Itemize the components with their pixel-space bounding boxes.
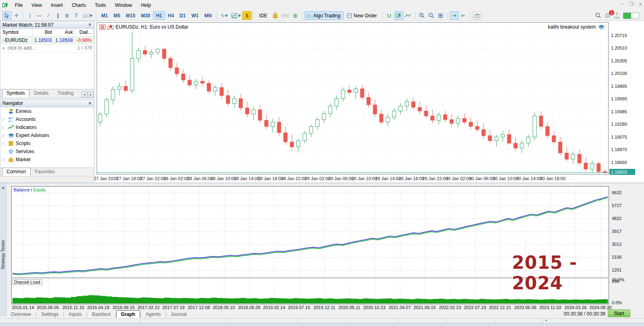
- signals-button[interactable]: ((o)): [280, 11, 291, 20]
- trendline-tool-button[interactable]: ∕: [44, 11, 53, 20]
- bar-chart-mode-button[interactable]: [385, 11, 394, 20]
- menu-tools[interactable]: Tools: [91, 1, 111, 10]
- timeframe-mn[interactable]: MN: [201, 11, 215, 20]
- navigator-tab-common[interactable]: Common: [2, 168, 31, 176]
- status-divider: [543, 320, 543, 323]
- search-icon[interactable]: [594, 11, 603, 20]
- market-watch-add-row[interactable]: + click to add... 1 / 379: [0, 44, 94, 52]
- tab-scroll-right-icon[interactable]: ▸: [88, 91, 94, 98]
- tab-scroll-left-icon[interactable]: ◂: [81, 91, 87, 98]
- navigator-item-scripts[interactable]: ▷Scripts: [0, 139, 94, 147]
- horizontal-line-tool-button[interactable]: ―: [35, 11, 44, 20]
- symbol-name: EURUSDz: [5, 37, 28, 43]
- column-header-bid[interactable]: Bid: [33, 29, 54, 36]
- zoom-out-button[interactable]: [427, 11, 436, 20]
- algo-trading-button[interactable]: ▷ Algo Trading: [304, 11, 344, 20]
- navigator-item-expert-advisors[interactable]: ▷Expert Advisors: [0, 131, 94, 139]
- shapes-tool-button[interactable]: ◇□▾: [81, 11, 94, 20]
- market-bag-button[interactable]: [270, 11, 280, 20]
- navigator-item-market[interactable]: ▷Market: [0, 156, 94, 164]
- menu-view[interactable]: View: [27, 1, 46, 10]
- status-divider: [398, 320, 398, 323]
- text-tool-button[interactable]: T: [72, 11, 81, 20]
- navigator-item-services[interactable]: ⚙Services: [0, 147, 94, 156]
- tester-tab-graph[interactable]: Graph: [116, 310, 140, 318]
- tester-tab-backtest[interactable]: Backtest: [87, 311, 115, 318]
- ea-graduation-cap-icon[interactable]: [598, 24, 605, 30]
- zoom-in-button[interactable]: [417, 11, 427, 20]
- indicators-button[interactable]: ▾: [229, 11, 243, 20]
- navigator-header[interactable]: Navigator ✕: [0, 100, 94, 107]
- chart-shift-button[interactable]: ⇤: [459, 11, 468, 20]
- timeframe-m30[interactable]: M30: [138, 11, 153, 20]
- expand-arrow-icon[interactable]: ▷: [2, 133, 7, 137]
- start-button[interactable]: Start: [608, 309, 630, 317]
- restore-button[interactable]: ❐: [629, 1, 634, 7]
- expand-arrow-icon[interactable]: ▷: [2, 125, 7, 129]
- channel-tool-button[interactable]: ∥: [53, 11, 62, 20]
- timeframe-h4[interactable]: H4: [165, 11, 177, 20]
- depth-of-market-icon[interactable]: [107, 25, 114, 30]
- tester-tab-inputs[interactable]: Inputs: [64, 311, 87, 318]
- timeframe-m5[interactable]: M5: [111, 11, 123, 20]
- timeframe-d1[interactable]: D1: [177, 11, 188, 20]
- timeframe-w1[interactable]: W1: [188, 11, 201, 20]
- tester-tab-overview[interactable]: Overview: [6, 311, 35, 318]
- chart-plot[interactable]: EURUSDz, H1: Euro vs US Dollar kalifx br…: [97, 22, 609, 174]
- vertical-line-tool-button[interactable]: |: [25, 11, 35, 20]
- lvl-up-arrow-icon: ⇧: [615, 12, 618, 16]
- navigator-item-label: Services: [15, 149, 34, 154]
- auto-scroll-button[interactable]: ⇥: [450, 11, 459, 20]
- timeframe-m1[interactable]: M1: [98, 11, 111, 20]
- market-watch-tab-details[interactable]: Details: [29, 89, 53, 98]
- tester-tab-agents[interactable]: Agents: [141, 311, 165, 318]
- line-chart-type-button[interactable]: ∿▾: [219, 11, 229, 20]
- navigator-root-item[interactable]: Exness: [0, 107, 94, 115]
- new-order-button[interactable]: + New Order: [344, 11, 380, 20]
- market-watch-close-icon[interactable]: ✕: [88, 22, 92, 27]
- column-header-symbol[interactable]: Symbol: [1, 29, 33, 36]
- connection-toggle[interactable]: [623, 12, 639, 19]
- fibonacci-tool-button[interactable]: ≣: [62, 11, 72, 20]
- column-header-dail[interactable]: Dail...: [74, 29, 93, 36]
- currency-button[interactable]: $: [242, 11, 252, 20]
- ide-button[interactable]: IDE: [256, 11, 270, 20]
- screenshot-button[interactable]: [473, 11, 482, 20]
- navigator-item-accounts[interactable]: ▷Accounts: [0, 115, 94, 123]
- notifications-bell-icon[interactable]: 1: [603, 11, 612, 20]
- candlestick-mode-button[interactable]: [394, 11, 403, 20]
- close-button[interactable]: x: [639, 1, 642, 7]
- balance-tick: 3012: [612, 242, 636, 247]
- tester-tab-journal[interactable]: Journal: [167, 311, 191, 318]
- backtest-timer: 00:30:38 / 00:30:39: [564, 311, 605, 317]
- market-watch-tab-symbols[interactable]: Symbols: [2, 89, 29, 98]
- menu-charts[interactable]: Charts: [67, 1, 90, 10]
- timeframe-h1[interactable]: H1: [153, 11, 165, 20]
- expand-arrow-icon[interactable]: ▷: [2, 117, 7, 121]
- market-watch-header[interactable]: Market Watch: 21:58:57 ✕: [0, 21, 94, 29]
- menu-file[interactable]: File: [10, 1, 27, 10]
- left-sidebar: Market Watch: 21:58:57 ✕ SymbolBidAskDai…: [0, 21, 94, 176]
- market-watch-tab-trading[interactable]: Trading: [53, 89, 78, 98]
- web-community-button[interactable]: ⊕: [291, 11, 300, 20]
- one-click-trading-icon[interactable]: [99, 25, 105, 30]
- symbol-row[interactable]: ● EURUSDz1.185031.18508-0.98%: [1, 36, 94, 44]
- minimize-button[interactable]: ─: [620, 1, 624, 7]
- tester-close-icon[interactable]: ✕: [1, 185, 6, 190]
- navigator-tab-favorites[interactable]: Favorites: [31, 168, 59, 176]
- menu-insert[interactable]: Insert: [46, 1, 67, 10]
- cursor-tool-button[interactable]: [2, 11, 12, 20]
- timeframe-m15[interactable]: M15: [123, 11, 138, 20]
- expand-arrow-icon[interactable]: ▷: [2, 141, 7, 145]
- tile-windows-button[interactable]: ⊞: [436, 11, 445, 20]
- menu-help[interactable]: Help: [136, 1, 155, 10]
- tester-tab-settings[interactable]: Settings: [37, 311, 63, 318]
- crosshair-tool-button[interactable]: ✛: [12, 11, 21, 20]
- menu-window[interactable]: Window: [111, 1, 137, 10]
- strategy-tester-strip: Strategy Tester: [0, 183, 6, 316]
- expand-arrow-icon[interactable]: ▷: [2, 158, 7, 162]
- column-header-ask[interactable]: Ask: [54, 29, 74, 36]
- navigator-close-icon[interactable]: ✕: [88, 101, 92, 106]
- line-chart-mode-button[interactable]: [403, 11, 413, 20]
- navigator-item-indicators[interactable]: ▷Indicators: [0, 123, 94, 131]
